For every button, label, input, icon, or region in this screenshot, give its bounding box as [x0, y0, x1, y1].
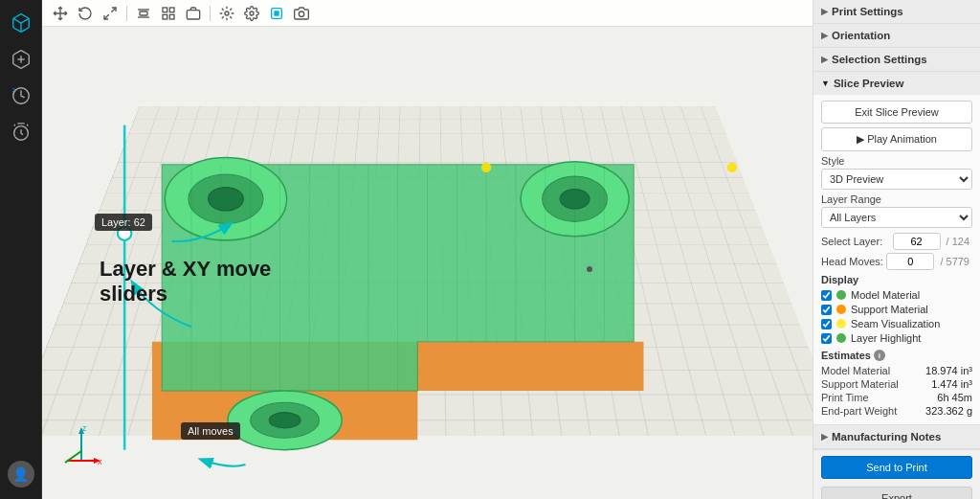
export-button[interactable]: Export: [821, 487, 972, 499]
seam-viz-checkbox[interactable]: [821, 319, 832, 329]
svg-text:2: 2: [11, 87, 14, 93]
estimates-title-text: Estimates: [821, 350, 871, 361]
display-section: Display Model Material Support Material …: [821, 274, 972, 344]
head-moves-label: Head Moves:: [821, 256, 883, 267]
toolbar-highlight-icon[interactable]: [266, 3, 287, 24]
exit-slice-preview-button[interactable]: Exit Slice Preview: [821, 101, 972, 124]
3d-canvas[interactable]: Layer: 62 All moves Layer & XY move slid…: [42, 27, 813, 499]
toolbar-sep-1: [126, 6, 127, 21]
model-material-dot: [836, 290, 846, 300]
style-label: Style: [821, 155, 972, 167]
estimate-print-time: Print Time 6h 45m: [821, 392, 972, 403]
estimate-model-label: Model Material: [821, 365, 890, 376]
viewport: Layer: 62 All moves Layer & XY move slid…: [42, 0, 813, 499]
estimate-support-label: Support Material: [821, 378, 899, 390]
support-material-checkbox[interactable]: [821, 305, 832, 315]
orientation-label: Orientation: [832, 30, 890, 41]
toolbar-settings-icon[interactable]: [241, 3, 262, 24]
print-settings-label: Print Settings: [832, 6, 903, 17]
display-item-support: Support Material: [821, 304, 972, 315]
svg-rect-12: [169, 8, 174, 12]
orientation-header[interactable]: ▶ Orientation: [813, 24, 980, 47]
layer-range-label: Layer Range: [821, 193, 972, 205]
slice-preview-section: ▼ Slice Preview Exit Slice Preview ▶ Pla…: [813, 72, 980, 425]
toolbar-sep-2: [210, 6, 211, 21]
seam-viz-label: Seam Visualization: [851, 318, 940, 329]
display-item-model: Model Material: [821, 289, 972, 301]
toolbar-scale-icon[interactable]: [100, 3, 121, 24]
selection-settings-section: ▶ Selection Settings: [813, 48, 980, 72]
manufacturing-notes-header[interactable]: ▶ Manufacturing Notes: [813, 425, 980, 448]
send-to-print-button[interactable]: Send to Print: [821, 456, 972, 479]
layer-highlight-checkbox[interactable]: [821, 333, 832, 344]
sidebar-icon-add-model[interactable]: [6, 44, 36, 75]
sidebar-icon-3dview[interactable]: [6, 8, 36, 38]
svg-line-6: [111, 8, 116, 12]
svg-rect-19: [274, 11, 278, 15]
svg-line-7: [104, 14, 109, 19]
play-animation-button[interactable]: ▶ Play Animation: [821, 127, 972, 151]
svg-rect-15: [187, 10, 199, 18]
style-select[interactable]: 3D Preview: [821, 169, 972, 190]
print-settings-header[interactable]: ▶ Print Settings: [813, 0, 980, 23]
model-material-checkbox[interactable]: [821, 290, 832, 301]
svg-rect-13: [163, 14, 167, 19]
selection-settings-arrow: ▶: [821, 55, 828, 64]
estimates-title: Estimates i: [821, 350, 972, 361]
display-item-seam: Seam Visualization: [821, 318, 972, 329]
svg-point-29: [269, 413, 301, 428]
layer-highlight-label: Layer Highlight: [851, 332, 921, 344]
support-material-dot: [836, 305, 846, 314]
toolbar-align-icon[interactable]: [133, 3, 154, 24]
display-title: Display: [821, 274, 972, 285]
estimates-section: Estimates i Model Material 18.974 in³ Su…: [821, 350, 972, 417]
estimate-weight-label: End-part Weight: [821, 405, 897, 417]
support-material-label: Support Material: [851, 304, 928, 315]
select-layer-label: Select Layer:: [821, 236, 882, 247]
toolbar-camera-icon[interactable]: [291, 3, 312, 24]
slice-preview-body: Exit Slice Preview ▶ Play Animation Styl…: [813, 95, 980, 424]
toolbar-move-icon[interactable]: [50, 3, 71, 24]
seam-viz-dot: [836, 319, 846, 329]
svg-rect-11: [163, 8, 167, 12]
toolbar-arrange-icon[interactable]: [158, 3, 179, 24]
head-moves-input[interactable]: [886, 253, 934, 270]
estimate-weight-value: 323.362 g: [925, 405, 972, 417]
moves-divider: / 5779: [937, 256, 972, 267]
sidebar-icon-history[interactable]: 2: [6, 80, 36, 111]
user-avatar[interactable]: 👤: [8, 461, 34, 488]
layer-highlight-dot: [836, 333, 846, 343]
orientation-section: ▶ Orientation: [813, 24, 980, 48]
layer-range-select[interactable]: All Layers: [821, 207, 972, 228]
display-item-layer: Layer Highlight: [821, 332, 972, 344]
select-layer-input[interactable]: [893, 233, 941, 250]
estimate-model-material: Model Material 18.974 in³: [821, 365, 972, 376]
model-material-label: Model Material: [851, 289, 920, 301]
main-annotation-text: Layer & XY move sliders: [100, 257, 271, 307]
right-panel: ▶ Print Settings ▶ Orientation ▶ Selecti…: [813, 0, 980, 499]
estimate-time-value: 6h 45m: [937, 392, 972, 403]
selection-settings-label: Selection Settings: [832, 54, 927, 65]
slice-preview-label: Slice Preview: [834, 78, 904, 89]
toolbar-view-icon[interactable]: [216, 3, 237, 24]
moves-annotation: All moves: [181, 422, 240, 440]
svg-text:Z: Z: [82, 425, 87, 432]
layer-annotation: Layer: 62: [95, 214, 152, 231]
toolbar-rotate-icon[interactable]: [75, 3, 96, 24]
toolbar-group-icon[interactable]: [183, 3, 204, 24]
svg-point-45: [481, 163, 491, 172]
print-settings-arrow: ▶: [821, 7, 828, 16]
estimate-support-value: 1.474 in³: [931, 378, 972, 390]
orientation-arrow: ▶: [821, 31, 828, 40]
print-settings-section: ▶ Print Settings: [813, 0, 980, 24]
manufacturing-notes-arrow: ▶: [821, 432, 828, 442]
svg-rect-9: [140, 11, 147, 15]
estimate-model-value: 18.974 in³: [925, 365, 972, 376]
sidebar-icon-timer[interactable]: [6, 117, 36, 147]
selection-settings-header[interactable]: ▶ Selection Settings: [813, 48, 980, 71]
svg-point-23: [208, 187, 243, 211]
slice-preview-header[interactable]: ▼ Slice Preview: [813, 72, 980, 95]
estimates-info-icon[interactable]: i: [874, 350, 885, 361]
svg-text:X: X: [98, 459, 102, 465]
svg-point-20: [299, 11, 303, 16]
